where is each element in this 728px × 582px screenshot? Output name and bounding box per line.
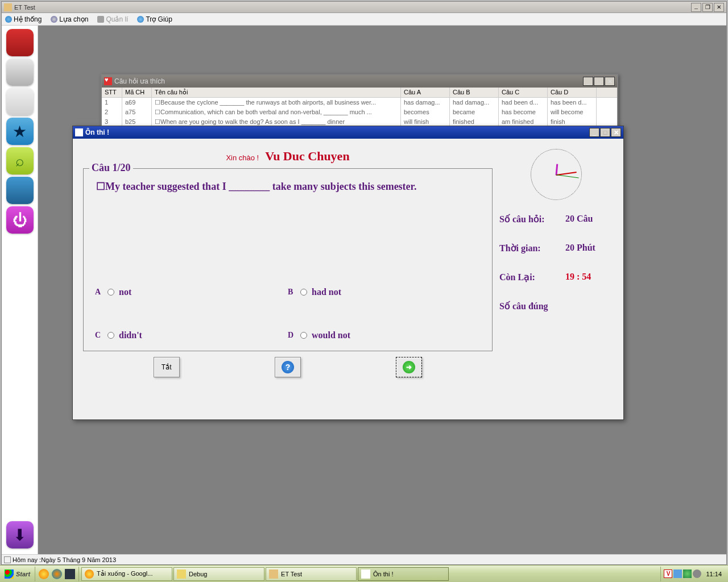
table-row[interactable]: 2 a75 ☐Communication, which can be both … xyxy=(102,107,617,117)
cube-icon[interactable] xyxy=(65,569,75,579)
tray-badge[interactable]: V xyxy=(664,569,672,578)
task-onthi[interactable]: Ôn thi ! xyxy=(358,567,449,581)
col-ten[interactable]: Tên câu hỏi xyxy=(152,88,401,97)
menu-options[interactable]: Lựa chọn xyxy=(51,15,88,23)
stat-time: Thời gian: 20 Phút xyxy=(499,243,613,253)
fav-maximize-button[interactable]: □ xyxy=(594,77,604,86)
favorites-window: Câu hỏi ưa thích _ □ ✕ STT Mã CH Tên câu… xyxy=(101,74,618,128)
windows-icon xyxy=(5,569,14,579)
minimize-button[interactable]: _ xyxy=(691,3,701,12)
app-icon xyxy=(4,3,12,11)
start-button[interactable]: Start xyxy=(0,567,35,581)
exam-close-button[interactable]: ✕ xyxy=(611,128,621,137)
answer-a[interactable]: A not xyxy=(95,287,288,297)
table-row[interactable]: 1 a69 ☐Because the cyclone _______ the r… xyxy=(102,98,617,107)
exam-window: Ôn thi ! _ □ ✕ Xin chào ! Vu Duc Chuyen … xyxy=(72,126,624,420)
app-title: ET Test xyxy=(14,4,691,11)
globe-icon xyxy=(51,16,57,23)
col-d[interactable]: Câu D xyxy=(548,88,597,97)
status-date: Hôm nay :Ngày 5 Tháng 9 Năm 2013 xyxy=(13,556,116,563)
radio-a[interactable] xyxy=(107,289,114,296)
col-a[interactable]: Câu A xyxy=(401,88,450,97)
off-button[interactable]: Tắt xyxy=(154,357,180,377)
col-b[interactable]: Câu B xyxy=(450,88,499,97)
fav-close-button[interactable]: ✕ xyxy=(605,77,615,86)
close-button[interactable]: ✕ xyxy=(714,3,724,12)
calendar-icon xyxy=(4,556,11,563)
sidebar-book-icon[interactable] xyxy=(6,177,34,204)
greeting-label: Xin chào ! xyxy=(226,153,259,162)
app-icon xyxy=(269,569,278,579)
question-icon: ? xyxy=(282,361,294,373)
help-button[interactable]: ? xyxy=(275,357,301,377)
disk-icon xyxy=(97,16,104,23)
tray-icon[interactable] xyxy=(683,569,692,578)
table-header: STT Mã CH Tên câu hỏi Câu A Câu B Câu C … xyxy=(102,88,617,98)
favorites-table: STT Mã CH Tên câu hỏi Câu A Câu B Câu C … xyxy=(102,88,617,127)
col-c[interactable]: Câu C xyxy=(499,88,548,97)
sidebar-chat-icon[interactable] xyxy=(6,88,34,115)
chrome-icon[interactable] xyxy=(39,569,49,579)
sidebar-download-icon[interactable]: ⬇ xyxy=(6,521,34,548)
chrome-icon xyxy=(85,569,94,579)
exam-sidebar: Số câu hỏi: 20 Câu Thời gian: 20 Phút Cò… xyxy=(499,149,613,419)
help-icon xyxy=(137,16,144,23)
exam-icon xyxy=(361,569,370,579)
statusbar: Hôm nay :Ngày 5 Tháng 9 Năm 2013 xyxy=(2,554,726,564)
sidebar-star-icon[interactable]: ★ xyxy=(6,118,34,145)
fav-minimize-button[interactable]: _ xyxy=(583,77,593,86)
sidebar-user-icon[interactable] xyxy=(6,29,34,56)
app-window: ET Test _ ❐ ✕ Hệ thống Lựa chọn Quản lí … xyxy=(1,1,727,565)
sidebar: ★ ⌕ ⏻ ⬇ xyxy=(2,26,38,554)
task-debug[interactable]: Debug xyxy=(173,567,264,581)
heart-icon xyxy=(104,77,112,85)
col-stt[interactable]: STT xyxy=(102,88,122,97)
question-number: Câu 1/20 xyxy=(89,162,133,174)
username: Vu Duc Chuyen xyxy=(265,149,349,163)
menu-system[interactable]: Hệ thống xyxy=(5,15,42,23)
stat-questions: Số câu hỏi: 20 Câu xyxy=(499,214,613,225)
sidebar-key-icon[interactable]: ⌕ xyxy=(6,147,34,174)
radio-d[interactable] xyxy=(300,332,307,339)
sidebar-box-icon[interactable] xyxy=(6,59,34,86)
titlebar: ET Test _ ❐ ✕ xyxy=(2,2,726,13)
favorites-title: Câu hỏi ưa thích xyxy=(114,77,582,85)
menubar: Hệ thống Lựa chọn Quản lí Trợ Giúp xyxy=(2,13,726,26)
firefox-icon[interactable] xyxy=(52,569,62,579)
taskbar: Start Tải xuống - Googl... Debug ET Test… xyxy=(0,565,728,582)
answer-d[interactable]: D would not xyxy=(288,330,481,340)
menu-help[interactable]: Trợ Giúp xyxy=(137,15,172,23)
clock-icon xyxy=(531,149,582,200)
tray-icon[interactable] xyxy=(673,569,682,578)
question-text: ☐My teacher suggested that I ________ ta… xyxy=(96,180,484,193)
system-tray: V 11:14 xyxy=(660,567,728,581)
tray-icon[interactable] xyxy=(693,569,701,578)
task-chrome[interactable]: Tải xuống - Googl... xyxy=(81,567,172,581)
greeting: Xin chào ! Vu Duc Chuyen xyxy=(83,149,493,164)
maximize-button[interactable]: ❐ xyxy=(702,3,713,12)
content-area: ★ ⌕ ⏻ ⬇ Câu hỏi ưa thích _ □ ✕ STT xyxy=(2,26,726,554)
quicklaunch xyxy=(35,567,79,581)
next-button[interactable]: ➜ xyxy=(396,357,422,377)
mdi-canvas: Câu hỏi ưa thích _ □ ✕ STT Mã CH Tên câu… xyxy=(38,26,726,554)
radio-c[interactable] xyxy=(107,332,114,339)
task-ettest[interactable]: ET Test xyxy=(266,567,357,581)
taskbar-clock[interactable]: 11:14 xyxy=(702,571,725,577)
exam-titlebar[interactable]: Ôn thi ! _ □ ✕ xyxy=(73,126,623,139)
stat-remaining: Còn Lại: 19 : 54 xyxy=(499,272,613,282)
menu-manage: Quản lí xyxy=(97,15,128,23)
sidebar-power-icon[interactable]: ⏻ xyxy=(6,206,34,234)
arrow-right-icon: ➜ xyxy=(403,361,415,373)
answer-c[interactable]: C didn't xyxy=(95,330,288,340)
wrench-icon xyxy=(5,16,12,23)
answer-b[interactable]: B had not xyxy=(288,287,481,297)
exam-minimize-button[interactable]: _ xyxy=(589,128,599,137)
folder-icon xyxy=(177,569,186,579)
col-ma[interactable]: Mã CH xyxy=(122,88,152,97)
exam-maximize-button: □ xyxy=(600,128,610,137)
exam-title: Ôn thi ! xyxy=(85,128,589,136)
stat-correct: Số câu đúng xyxy=(499,301,613,311)
radio-b[interactable] xyxy=(300,289,307,296)
favorites-titlebar[interactable]: Câu hỏi ưa thích _ □ ✕ xyxy=(102,75,617,88)
exam-icon xyxy=(75,128,83,136)
